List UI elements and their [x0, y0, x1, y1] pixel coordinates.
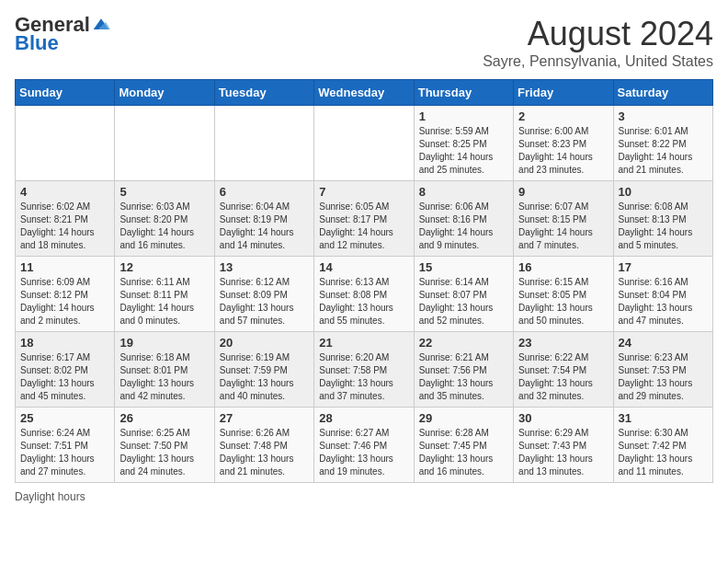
calendar-cell: 8Sunrise: 6:06 AMSunset: 8:16 PMDaylight… — [414, 181, 513, 257]
header: General Blue August 2024 Sayre, Pennsylv… — [15, 15, 713, 70]
day-number: 17 — [619, 260, 708, 274]
month-title: August 2024 — [483, 15, 713, 53]
calendar-cell: 19Sunrise: 6:18 AMSunset: 8:01 PMDayligh… — [115, 332, 214, 408]
calendar-cell: 28Sunrise: 6:27 AMSunset: 7:46 PMDayligh… — [314, 408, 414, 483]
day-number: 18 — [20, 336, 109, 350]
day-info: Sunrise: 6:27 AMSunset: 7:46 PMDaylight:… — [319, 427, 408, 478]
calendar-cell: 18Sunrise: 6:17 AMSunset: 8:02 PMDayligh… — [16, 332, 115, 408]
calendar-cell: 11Sunrise: 6:09 AMSunset: 8:12 PMDayligh… — [16, 257, 115, 332]
calendar-week-row: 1Sunrise: 5:59 AMSunset: 8:25 PMDaylight… — [16, 106, 713, 181]
day-number: 4 — [20, 185, 109, 199]
day-number: 16 — [518, 260, 608, 274]
day-info: Sunrise: 6:06 AMSunset: 8:16 PMDaylight:… — [419, 201, 508, 252]
calendar-cell: 3Sunrise: 6:01 AMSunset: 8:22 PMDaylight… — [613, 106, 712, 181]
day-info: Sunrise: 6:19 AMSunset: 7:59 PMDaylight:… — [220, 351, 309, 403]
day-number: 8 — [419, 185, 508, 199]
calendar-cell: 17Sunrise: 6:16 AMSunset: 8:04 PMDayligh… — [613, 257, 712, 332]
day-number: 26 — [119, 411, 209, 425]
calendar-week-row: 25Sunrise: 6:24 AMSunset: 7:51 PMDayligh… — [16, 408, 713, 483]
logo: General Blue — [15, 15, 110, 55]
title-area: August 2024 Sayre, Pennsylvania, United … — [483, 15, 713, 70]
calendar-cell: 14Sunrise: 6:13 AMSunset: 8:08 PMDayligh… — [314, 257, 414, 332]
header-cell-tuesday: Tuesday — [214, 80, 313, 106]
day-info: Sunrise: 6:08 AMSunset: 8:13 PMDaylight:… — [619, 201, 708, 252]
calendar-cell: 5Sunrise: 6:03 AMSunset: 8:20 PMDaylight… — [115, 181, 214, 257]
day-number: 23 — [518, 336, 608, 350]
day-info: Sunrise: 6:12 AMSunset: 8:09 PMDaylight:… — [220, 276, 309, 327]
header-cell-saturday: Saturday — [613, 80, 712, 106]
calendar-cell: 24Sunrise: 6:23 AMSunset: 7:53 PMDayligh… — [613, 332, 712, 408]
day-number: 14 — [319, 260, 408, 274]
logo-blue-text: Blue — [15, 31, 59, 55]
calendar-cell: 15Sunrise: 6:14 AMSunset: 8:07 PMDayligh… — [414, 257, 513, 332]
calendar-cell — [16, 106, 115, 181]
day-number: 28 — [319, 411, 408, 425]
header-cell-thursday: Thursday — [414, 80, 513, 106]
day-info: Sunrise: 6:00 AMSunset: 8:23 PMDaylight:… — [518, 125, 608, 177]
calendar-cell: 26Sunrise: 6:25 AMSunset: 7:50 PMDayligh… — [115, 408, 214, 483]
day-info: Sunrise: 6:01 AMSunset: 8:22 PMDaylight:… — [619, 125, 708, 177]
day-info: Sunrise: 6:09 AMSunset: 8:12 PMDaylight:… — [20, 276, 109, 327]
day-info: Sunrise: 6:29 AMSunset: 7:43 PMDaylight:… — [518, 427, 608, 478]
calendar-cell — [115, 106, 214, 181]
day-number: 31 — [619, 411, 708, 425]
day-number: 12 — [119, 260, 209, 274]
day-info: Sunrise: 6:03 AMSunset: 8:20 PMDaylight:… — [119, 201, 209, 252]
day-number: 27 — [220, 411, 309, 425]
calendar-cell: 10Sunrise: 6:08 AMSunset: 8:13 PMDayligh… — [613, 181, 712, 257]
day-number: 3 — [619, 109, 708, 123]
calendar-cell: 12Sunrise: 6:11 AMSunset: 8:11 PMDayligh… — [115, 257, 214, 332]
calendar-cell: 7Sunrise: 6:05 AMSunset: 8:17 PMDaylight… — [314, 181, 414, 257]
day-info: Sunrise: 6:17 AMSunset: 8:02 PMDaylight:… — [20, 351, 109, 403]
day-number: 13 — [220, 260, 309, 274]
legend-label: Daylight hours — [15, 490, 85, 503]
day-number: 5 — [119, 185, 209, 199]
day-info: Sunrise: 6:16 AMSunset: 8:04 PMDaylight:… — [619, 276, 708, 327]
header-cell-monday: Monday — [115, 80, 214, 106]
header-cell-friday: Friday — [514, 80, 613, 106]
calendar-cell: 6Sunrise: 6:04 AMSunset: 8:19 PMDaylight… — [214, 181, 313, 257]
day-number: 15 — [419, 260, 508, 274]
calendar-week-row: 18Sunrise: 6:17 AMSunset: 8:02 PMDayligh… — [16, 332, 713, 408]
header-cell-sunday: Sunday — [16, 80, 115, 106]
day-info: Sunrise: 6:30 AMSunset: 7:42 PMDaylight:… — [619, 427, 708, 478]
day-number: 20 — [220, 336, 309, 350]
day-info: Sunrise: 6:18 AMSunset: 8:01 PMDaylight:… — [119, 351, 209, 403]
calendar-cell: 23Sunrise: 6:22 AMSunset: 7:54 PMDayligh… — [514, 332, 613, 408]
calendar-cell: 13Sunrise: 6:12 AMSunset: 8:09 PMDayligh… — [214, 257, 313, 332]
day-info: Sunrise: 6:13 AMSunset: 8:08 PMDaylight:… — [319, 276, 408, 327]
calendar-cell: 1Sunrise: 5:59 AMSunset: 8:25 PMDaylight… — [414, 106, 513, 181]
calendar-cell — [314, 106, 414, 181]
day-number: 25 — [20, 411, 109, 425]
day-info: Sunrise: 6:07 AMSunset: 8:15 PMDaylight:… — [518, 201, 608, 252]
day-number: 30 — [518, 411, 608, 425]
calendar-header-row: SundayMondayTuesdayWednesdayThursdayFrid… — [16, 80, 713, 106]
day-info: Sunrise: 6:11 AMSunset: 8:11 PMDaylight:… — [119, 276, 209, 327]
day-info: Sunrise: 6:22 AMSunset: 7:54 PMDaylight:… — [518, 351, 608, 403]
legend: Daylight hours — [15, 490, 713, 503]
day-info: Sunrise: 6:02 AMSunset: 8:21 PMDaylight:… — [20, 201, 109, 252]
location-subtitle: Sayre, Pennsylvania, United States — [483, 53, 713, 70]
day-number: 22 — [419, 336, 508, 350]
day-number: 7 — [319, 185, 408, 199]
day-number: 29 — [419, 411, 508, 425]
calendar-cell: 25Sunrise: 6:24 AMSunset: 7:51 PMDayligh… — [16, 408, 115, 483]
calendar-cell: 22Sunrise: 6:21 AMSunset: 7:56 PMDayligh… — [414, 332, 513, 408]
logo-icon — [92, 16, 110, 34]
day-info: Sunrise: 6:05 AMSunset: 8:17 PMDaylight:… — [319, 201, 408, 252]
calendar-cell: 16Sunrise: 6:15 AMSunset: 8:05 PMDayligh… — [514, 257, 613, 332]
calendar-cell: 20Sunrise: 6:19 AMSunset: 7:59 PMDayligh… — [214, 332, 313, 408]
day-number: 19 — [119, 336, 209, 350]
day-number: 6 — [220, 185, 309, 199]
day-number: 10 — [619, 185, 708, 199]
calendar-cell: 29Sunrise: 6:28 AMSunset: 7:45 PMDayligh… — [414, 408, 513, 483]
calendar-cell: 4Sunrise: 6:02 AMSunset: 8:21 PMDaylight… — [16, 181, 115, 257]
calendar-week-row: 11Sunrise: 6:09 AMSunset: 8:12 PMDayligh… — [16, 257, 713, 332]
calendar-week-row: 4Sunrise: 6:02 AMSunset: 8:21 PMDaylight… — [16, 181, 713, 257]
day-number: 9 — [518, 185, 608, 199]
calendar-cell: 27Sunrise: 6:26 AMSunset: 7:48 PMDayligh… — [214, 408, 313, 483]
day-number: 24 — [619, 336, 708, 350]
day-info: Sunrise: 6:24 AMSunset: 7:51 PMDaylight:… — [20, 427, 109, 478]
day-number: 21 — [319, 336, 408, 350]
day-info: Sunrise: 5:59 AMSunset: 8:25 PMDaylight:… — [419, 125, 508, 177]
